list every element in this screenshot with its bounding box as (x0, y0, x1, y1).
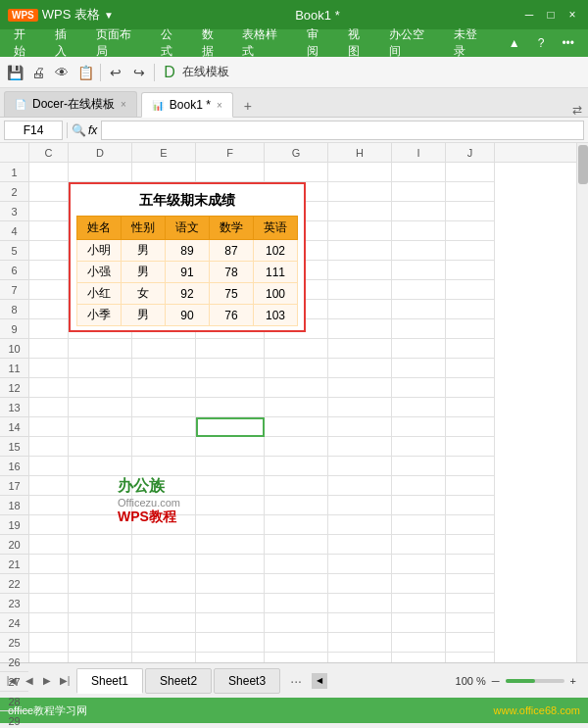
cell-G18[interactable] (265, 496, 328, 515)
cell-G22[interactable] (265, 574, 328, 594)
cell-D22[interactable] (69, 574, 132, 594)
menu-start[interactable]: 开始 (6, 24, 45, 63)
cell-D14[interactable] (69, 417, 132, 437)
cell-C8[interactable] (29, 300, 69, 319)
cell-J20[interactable] (446, 535, 495, 555)
cell-C20[interactable] (29, 535, 69, 555)
cell-G24[interactable] (265, 613, 328, 633)
cell-H21[interactable] (328, 555, 392, 574)
cell-F26[interactable] (196, 653, 265, 662)
cell-G21[interactable] (265, 555, 328, 574)
cell-G19[interactable] (265, 515, 328, 535)
tab-docer[interactable]: 📄 Docer-在线模板 × (4, 91, 137, 117)
cell-I2[interactable] (392, 182, 446, 202)
formula-fx-icon[interactable]: fx (88, 123, 97, 137)
cell-J11[interactable] (446, 359, 495, 378)
cell-F24[interactable] (196, 613, 265, 633)
cell-F11[interactable] (196, 359, 265, 378)
redo-btn[interactable]: ↪ (128, 62, 150, 83)
cell-C18[interactable] (29, 496, 69, 515)
cell-G1[interactable] (265, 163, 328, 182)
cell-I1[interactable] (392, 163, 446, 182)
menu-insert[interactable]: 插入 (47, 24, 86, 63)
cell-I18[interactable] (392, 496, 446, 515)
cell-G20[interactable] (265, 535, 328, 555)
zoom-icon[interactable]: 🔍 (72, 123, 86, 137)
cell-H25[interactable] (328, 633, 392, 653)
menu-formula[interactable]: 公式 (153, 24, 192, 63)
menu-help[interactable]: ? (530, 33, 553, 53)
cell-F16[interactable] (196, 457, 265, 476)
cell-H16[interactable] (328, 457, 392, 476)
cell-D26[interactable] (69, 653, 132, 662)
cell-I14[interactable] (392, 417, 446, 437)
cell-J23[interactable] (446, 594, 495, 613)
sheet-nav-next[interactable]: ▶ (39, 673, 55, 689)
cell-E10[interactable] (132, 339, 196, 359)
cell-H5[interactable] (328, 241, 392, 261)
cell-F14[interactable] (196, 417, 265, 437)
cell-D11[interactable] (69, 359, 132, 378)
cell-D1[interactable] (69, 163, 132, 182)
cell-C21[interactable] (29, 555, 69, 574)
cell-H8[interactable] (328, 300, 392, 319)
cell-H20[interactable] (328, 535, 392, 555)
close-button[interactable]: × (564, 7, 580, 23)
docer-icon[interactable]: D (159, 62, 180, 83)
cell-I6[interactable] (392, 261, 446, 280)
cell-I4[interactable] (392, 221, 446, 241)
cell-I26[interactable] (392, 653, 446, 662)
cell-J4[interactable] (446, 221, 495, 241)
cell-H11[interactable] (328, 359, 392, 378)
print-btn[interactable]: 🖨 (27, 62, 49, 83)
menu-table-style[interactable]: 表格样式 (234, 24, 297, 63)
cell-D24[interactable] (69, 613, 132, 633)
zoom-minus[interactable]: ─ (492, 675, 500, 687)
cell-G25[interactable] (265, 633, 328, 653)
cell-D16[interactable] (69, 457, 132, 476)
sheet-tab-sheet3[interactable]: Sheet3 (214, 668, 280, 694)
cell-E13[interactable] (132, 398, 196, 417)
cell-C13[interactable] (29, 398, 69, 417)
cell-H10[interactable] (328, 339, 392, 359)
cell-E11[interactable] (132, 359, 196, 378)
cell-C26[interactable] (29, 653, 69, 662)
cell-J1[interactable] (446, 163, 495, 182)
cell-C2[interactable] (29, 182, 69, 202)
cell-J12[interactable] (446, 378, 495, 398)
cell-D21[interactable] (69, 555, 132, 574)
cell-G12[interactable] (265, 378, 328, 398)
cell-H23[interactable] (328, 594, 392, 613)
cell-E22[interactable] (132, 574, 196, 594)
cell-F18[interactable] (196, 496, 265, 515)
cell-D13[interactable] (69, 398, 132, 417)
cell-C4[interactable] (29, 221, 69, 241)
cell-E1[interactable] (132, 163, 196, 182)
cell-C9[interactable] (29, 319, 69, 339)
cell-J7[interactable] (446, 280, 495, 300)
tab-docer-close[interactable]: × (121, 99, 126, 110)
cell-F21[interactable] (196, 555, 265, 574)
cell-G11[interactable] (265, 359, 328, 378)
cell-J14[interactable] (446, 417, 495, 437)
cell-H18[interactable] (328, 496, 392, 515)
cell-H24[interactable] (328, 613, 392, 633)
cell-H4[interactable] (328, 221, 392, 241)
minimize-button[interactable]: ─ (521, 7, 537, 23)
tab-nav-btn[interactable]: ⇄ (572, 103, 582, 117)
save-btn[interactable]: 💾 (4, 62, 25, 83)
cell-C23[interactable] (29, 594, 69, 613)
cell-H17[interactable] (328, 476, 392, 496)
cell-J9[interactable] (446, 319, 495, 339)
cell-I25[interactable] (392, 633, 446, 653)
cell-J16[interactable] (446, 457, 495, 476)
cell-H15[interactable] (328, 437, 392, 457)
cell-H13[interactable] (328, 398, 392, 417)
zoom-plus[interactable]: + (570, 675, 576, 687)
cell-H7[interactable] (328, 280, 392, 300)
cell-C16[interactable] (29, 457, 69, 476)
cell-J17[interactable] (446, 476, 495, 496)
cell-C11[interactable] (29, 359, 69, 378)
cell-G13[interactable] (265, 398, 328, 417)
cell-E24[interactable] (132, 613, 196, 633)
